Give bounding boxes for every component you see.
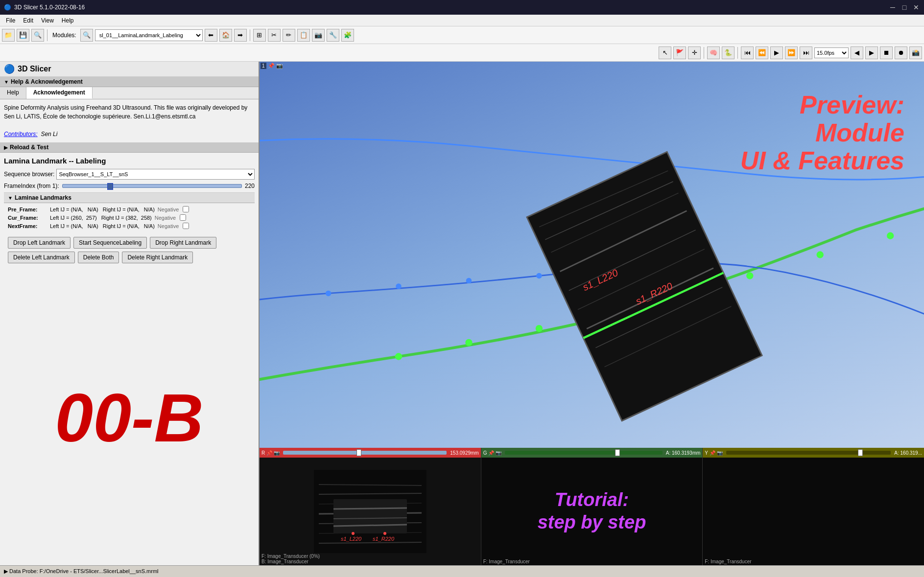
seq-browser-label: Sequence browser: <box>4 171 54 178</box>
tab-acknowledgement[interactable]: Acknowledgement <box>26 87 93 99</box>
landmarks-header[interactable]: ▼ Laminae Landmarks <box>4 193 255 203</box>
help-tab-bar: Help Acknowledgement <box>0 87 259 99</box>
next-frame-negative: Negative <box>158 223 179 229</box>
nav-forward-btn[interactable]: ➡ <box>234 29 247 42</box>
view-r-footer1: F: Image_Transducer (0%) <box>261 554 320 559</box>
extension-btn[interactable]: 🔧 <box>327 29 339 42</box>
frame-index-track[interactable] <box>62 184 242 188</box>
view-badge: 1 <box>261 63 266 69</box>
view-y-footer: F: Image_Transducer <box>705 559 751 564</box>
drop-left-landmark-button[interactable]: Drop Left Landmark <box>8 237 71 249</box>
view-3d[interactable]: 1 📌 📷 <box>260 62 924 448</box>
skip-start-btn[interactable]: ⏮ <box>741 46 754 59</box>
nav-home-btn[interactable]: 🏠 <box>219 29 232 42</box>
contributors-label[interactable]: Contributors: <box>4 131 38 138</box>
menu-file[interactable]: File <box>2 15 19 26</box>
view-y-icons: 📌 📷 <box>710 450 723 456</box>
stop-btn[interactable]: ⏹ <box>880 46 893 59</box>
view-3d-header: 1 📌 📷 <box>261 63 283 69</box>
modules-label: Modules: <box>50 32 78 39</box>
view-y-footer1: F: Image_Transducer <box>705 559 751 564</box>
view-g[interactable]: G 📌 📷 A: 160.3193mm Tutorial:step by ste… <box>481 448 703 565</box>
toolbar-icon-3[interactable]: 🔍 <box>31 29 44 42</box>
seq-browser-select[interactable]: SeqBrowser_1__S_LT__snS <box>56 169 255 180</box>
arrow-tool[interactable]: ↖ <box>659 46 671 59</box>
menu-edit[interactable]: Edit <box>19 15 37 26</box>
app-title: 3D Slicer 5.1.0-2022-08-16 <box>14 4 85 11</box>
view-3d-icons: 📌 📷 <box>268 63 283 69</box>
next-frame-left: Left IJ = (N/A, N/A) <box>50 223 98 229</box>
tutorial-text: Tutorial:step by step <box>538 489 646 533</box>
delete-both-button[interactable]: Delete Both <box>78 252 119 263</box>
screenshot-btn[interactable]: 📷 <box>312 29 325 42</box>
cur-frame-checkbox[interactable] <box>180 214 186 221</box>
view-r-label: R <box>261 450 265 456</box>
play-btn[interactable]: ▶ <box>770 46 783 59</box>
table-btn[interactable]: 📋 <box>297 29 310 42</box>
layout-btn[interactable]: ⊞ <box>253 29 266 42</box>
delete-right-landmark-button[interactable]: Delete Right Landmark <box>122 252 193 263</box>
fps-down-btn[interactable]: ◀ <box>851 46 863 59</box>
big-00b-text: 00-B <box>55 378 203 458</box>
view-g-label: G <box>483 450 487 456</box>
help-section-title: Help & Acknowledgement <box>11 78 83 85</box>
frame-index-thumb[interactable] <box>107 183 113 190</box>
slicer-title: 3D Slicer <box>18 65 51 73</box>
main-layout: 🔵 3D Slicer ▼ Help & Acknowledgement Hel… <box>0 62 924 565</box>
drop-right-landmark-button[interactable]: Drop Right Landmark <box>150 237 216 249</box>
tutorial-overlay: Tutorial:step by step <box>481 458 703 565</box>
prev-frame-btn[interactable]: ⏪ <box>756 46 768 59</box>
close-button[interactable]: ✕ <box>912 3 920 11</box>
markup-btn[interactable]: ✏ <box>283 29 295 42</box>
fps-select[interactable]: 15.0fps <box>814 47 849 58</box>
minimize-button[interactable]: ─ <box>889 3 897 11</box>
svg-point-7 <box>817 251 824 258</box>
puzzle-btn[interactable]: 🧩 <box>341 29 354 42</box>
pre-frame-checkbox[interactable] <box>183 206 189 212</box>
view-r-slider-value: 153.0929mm <box>450 450 478 456</box>
reload-section-header[interactable]: ▶ Reload & Test <box>0 142 259 153</box>
delete-left-landmark-button[interactable]: Delete Left Landmark <box>8 252 75 263</box>
svg-rect-34 <box>333 499 407 533</box>
nav-back-btn[interactable]: ⬅ <box>205 29 217 42</box>
toolbar-icon-2[interactable]: 💾 <box>17 29 29 42</box>
start-sequence-labeling-button[interactable]: Start SequenceLabeling <box>73 237 147 249</box>
menu-bar: File Edit View Help <box>0 15 924 26</box>
next-frame-checkbox[interactable] <box>183 223 189 229</box>
screenshot2-btn[interactable]: 📸 <box>909 46 922 59</box>
tab-help[interactable]: Help <box>0 87 26 99</box>
help-description: Spine Deformity Analysis using Freehand … <box>4 103 255 121</box>
menu-view[interactable]: View <box>37 15 58 26</box>
toolbar2-sep-1 <box>704 47 704 59</box>
brain-tool[interactable]: 🧠 <box>707 46 720 59</box>
action-buttons-row1: Drop Left Landmark Start SequenceLabelin… <box>8 237 251 249</box>
next-frame-right: Right IJ = (N/A, N/A) <box>101 223 155 229</box>
skip-end-btn[interactable]: ⏭ <box>800 46 812 59</box>
svg-point-12 <box>536 273 542 278</box>
record-btn[interactable]: ⏺ <box>895 46 907 59</box>
view-r[interactable]: R 📌 📷 153.0929mm <box>260 448 481 565</box>
menu-help[interactable]: Help <box>58 15 78 26</box>
crosshair-tool[interactable]: ✛ <box>688 46 701 59</box>
flag-tool[interactable]: 🚩 <box>673 46 686 59</box>
landmarks-arrow-icon: ▼ <box>8 195 13 201</box>
next-frame-btn[interactable]: ⏩ <box>785 46 798 59</box>
help-section-header[interactable]: ▼ Help & Acknowledgement <box>0 77 259 87</box>
toolbar-icon-1[interactable]: 📁 <box>2 29 15 42</box>
svg-point-9 <box>326 291 331 296</box>
maximize-button[interactable]: □ <box>900 3 908 11</box>
svg-point-10 <box>396 283 401 289</box>
svg-point-11 <box>466 278 472 283</box>
python-tool[interactable]: 🐍 <box>722 46 734 59</box>
fps-up-btn[interactable]: ▶ <box>865 46 878 59</box>
svg-text:s1_L220: s1_L220 <box>341 536 362 542</box>
search-modules-btn[interactable]: 🔍 <box>80 29 93 42</box>
landmarks-section: ▼ Laminae Landmarks Pre_Frame: Left IJ =… <box>4 192 255 234</box>
frame-index-row: FrameIndex (from 1): 220 <box>4 183 255 189</box>
module-select[interactable]: sl_01__LaminaLandmark_Labeling <box>95 29 203 41</box>
view-r-footer2: B: Image_Transducer <box>261 559 320 564</box>
transform-btn[interactable]: ✂ <box>268 29 281 42</box>
contributors-name: Sen Li <box>41 131 57 138</box>
view-y[interactable]: Y 📌 📷 A: 160.319... F: Image_Transducer <box>702 448 924 565</box>
action-buttons-row2: Delete Left Landmark Delete Both Delete … <box>8 252 251 263</box>
